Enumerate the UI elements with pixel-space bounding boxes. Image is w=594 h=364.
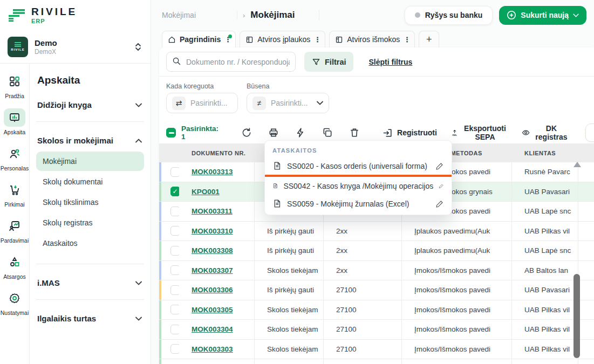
table-row[interactable]: MOK003305 Skolos tiekėjam 27100 Įmokos/I… bbox=[159, 300, 594, 320]
rail-item-pardavimai[interactable]: Pardavimai bbox=[1, 217, 29, 244]
accounting-board-icon bbox=[8, 111, 21, 124]
document-link[interactable]: MOK003303 bbox=[192, 345, 233, 353]
delete-button[interactable] bbox=[347, 125, 362, 140]
row-status-stripe bbox=[159, 182, 161, 202]
funnel-icon bbox=[312, 58, 320, 66]
header-klientas[interactable]: KLIENTAS bbox=[512, 143, 578, 162]
menu-group-skolos-ir-mokejimai[interactable]: Skolos ir mokėjimai bbox=[36, 135, 144, 146]
menu-group-didzioji-knyga[interactable]: Didžioji knyga bbox=[36, 99, 144, 111]
row-checkbox[interactable] bbox=[170, 265, 179, 275]
document-link[interactable]: MOK003308 bbox=[192, 246, 233, 255]
document-link[interactable]: MOK003311 bbox=[192, 207, 233, 215]
row-checkbox[interactable] bbox=[170, 344, 179, 354]
table-row[interactable]: MOK003302 Pirkėjų skolų ve 00000 kiti UA… bbox=[159, 359, 594, 364]
divider bbox=[36, 299, 144, 300]
row-checkbox[interactable] bbox=[170, 226, 179, 236]
sidebar-item-skolu-dokumentai[interactable]: Skolų dokumentai bbox=[36, 172, 144, 191]
rail-item-personalas[interactable]: Personalas bbox=[1, 145, 29, 171]
tab-atviros-iplaukos[interactable]: Atviros įplaukos ⋮ bbox=[240, 31, 325, 47]
row-status-stripe bbox=[159, 202, 161, 221]
sidebar-item-skolu-registras[interactable]: Skolų registras bbox=[36, 213, 144, 232]
eye-icon bbox=[522, 127, 530, 138]
document-icon bbox=[272, 161, 282, 170]
row-checkbox[interactable] bbox=[170, 187, 179, 196]
menu-group-ilgalaikis-turtas[interactable]: Ilgalaikis turtas bbox=[36, 313, 144, 324]
export-sepa-button[interactable]: XML Eksportuoti SEPA bbox=[448, 122, 511, 143]
scrollbar-thumb[interactable] bbox=[573, 274, 580, 358]
pencil-icon[interactable] bbox=[439, 182, 444, 190]
bank-connection-button[interactable]: Ryšys su banku bbox=[405, 6, 493, 25]
rail-item-nustatymai[interactable]: Nustatymai bbox=[1, 289, 29, 316]
document-link[interactable]: MOK003305 bbox=[192, 306, 233, 314]
unfold-chevrons-icon[interactable] bbox=[134, 43, 142, 51]
hide-filters-link[interactable]: Slėpti filtrus bbox=[368, 58, 412, 66]
document-link[interactable]: MOK003307 bbox=[192, 266, 233, 274]
table-row[interactable]: MOK003304 Skolos tiekėjam 27100 Įmokos/I… bbox=[159, 320, 594, 340]
pencil-icon[interactable] bbox=[435, 162, 444, 170]
select-all-checkbox[interactable] bbox=[166, 128, 176, 138]
filter-kada-koreguota[interactable]: ⇄ Pasirinkti... bbox=[166, 93, 238, 113]
document-link[interactable]: MOK003313 bbox=[192, 168, 233, 176]
toolbar-edge-button[interactable] bbox=[585, 123, 594, 142]
report-item-ss0059[interactable]: SS0059 - Mokėjimų žurnalas (Excel) bbox=[265, 195, 452, 212]
copy-button[interactable] bbox=[320, 125, 335, 140]
menu-group-imas[interactable]: i.MAS bbox=[36, 277, 144, 289]
sidebar-item-ataskaitos[interactable]: Ataskaitos bbox=[36, 233, 144, 253]
table-row[interactable]: MOK003303 Skolos tiekėjam 27100 Įmokos/I… bbox=[159, 340, 594, 360]
layout-icon bbox=[245, 36, 254, 44]
tab-pagrindinis[interactable]: Pagrindinis ⋮ bbox=[162, 31, 236, 47]
quick-action-button[interactable] bbox=[293, 125, 308, 140]
document-link[interactable]: KPO001 bbox=[192, 188, 220, 196]
add-tab-button[interactable]: + bbox=[419, 31, 439, 47]
scroll-up-arrow[interactable] bbox=[573, 161, 582, 168]
brand-name: RIVILE bbox=[31, 6, 77, 17]
header-dokumento-nr[interactable]: DOKUMENTO NR. bbox=[179, 143, 255, 162]
table-row[interactable]: MOK003306 Iš pirkėjų gauti 27100 Įmokos/… bbox=[159, 280, 594, 300]
app-window: RIVILE ERP RIVILE Demo DemoX bbox=[0, 0, 594, 364]
document-link[interactable]: MOK003306 bbox=[192, 286, 233, 294]
workspace-name: Demo bbox=[35, 38, 128, 47]
tab-menu-icon[interactable]: ⋮ bbox=[404, 36, 409, 44]
document-link[interactable]: MOK003310 bbox=[192, 227, 233, 235]
breadcrumb-separator: › bbox=[243, 11, 245, 19]
row-status-stripe bbox=[159, 241, 161, 260]
swap-arrows-icon: ⇄ bbox=[172, 97, 186, 110]
filters-button[interactable]: Filtrai bbox=[304, 52, 353, 72]
tab-menu-icon[interactable]: ⋮ bbox=[224, 36, 230, 44]
print-button[interactable] bbox=[266, 125, 281, 140]
rail-item-apskaita[interactable]: Apskaita bbox=[4, 108, 25, 135]
table-row[interactable]: MOK003307 Skolos tiekėjam 2xx Įmokos/Išm… bbox=[159, 261, 594, 281]
row-checkbox[interactable] bbox=[170, 246, 179, 256]
refresh-button[interactable] bbox=[239, 125, 254, 140]
row-checkbox[interactable] bbox=[170, 167, 179, 177]
tab-atviros-ismokos[interactable]: Atviros išmokos ⋮ bbox=[329, 31, 415, 47]
row-checkbox[interactable] bbox=[170, 325, 179, 334]
report-item-ss0020[interactable]: SS0020 - Kasos orderis (universali forma… bbox=[265, 157, 452, 177]
topbar: Mokėjimai › Mokėjimai Ryšys su banku Suk… bbox=[151, 0, 594, 30]
dk-register-button[interactable]: DK registras bbox=[518, 122, 572, 143]
create-new-button[interactable]: Sukurti naują bbox=[499, 6, 586, 25]
breadcrumb-parent[interactable]: Mokėjimai bbox=[162, 11, 237, 19]
pencil-icon[interactable] bbox=[435, 200, 444, 208]
cart-icon bbox=[8, 183, 21, 196]
sidebar-item-mokejimai[interactable]: Mokėjimai bbox=[36, 152, 144, 171]
sidebar: RIVILE ERP RIVILE Demo DemoX bbox=[0, 0, 151, 364]
xml-export-icon: XML bbox=[451, 128, 458, 138]
workspace-selector[interactable]: RIVILE Demo DemoX bbox=[0, 30, 151, 64]
table-row[interactable]: MOK003308 Iš pirkėjų gauti 2xx Įplaukos … bbox=[159, 241, 594, 261]
menu-title: Apskaita bbox=[36, 74, 144, 86]
row-checkbox[interactable] bbox=[170, 285, 179, 295]
search-input[interactable] bbox=[166, 52, 296, 72]
tab-menu-icon[interactable]: ⋮ bbox=[314, 36, 319, 44]
rail-item-pradzia[interactable]: Pradžia bbox=[4, 72, 25, 99]
row-checkbox[interactable] bbox=[170, 207, 179, 216]
register-button[interactable]: Registruoti bbox=[379, 126, 440, 140]
document-link[interactable]: MOK003304 bbox=[192, 325, 233, 333]
filter-busena[interactable]: ≠ Pasirinkti... bbox=[247, 93, 329, 113]
report-item-ss0042[interactable]: SS0042 - Kasos knyga /Mokėjimų operacijo… bbox=[265, 177, 452, 195]
sidebar-item-skolu-tikslinimas[interactable]: Skolų tikslinimas bbox=[36, 193, 144, 212]
rail-item-atsargos[interactable]: Atsargos bbox=[3, 253, 25, 280]
rail-item-pirkimai[interactable]: Pirkimai bbox=[4, 181, 25, 208]
table-row[interactable]: MOK003310 Iš pirkėjų gauti 2xx Įplaukos … bbox=[159, 222, 594, 242]
row-checkbox[interactable] bbox=[170, 305, 179, 314]
